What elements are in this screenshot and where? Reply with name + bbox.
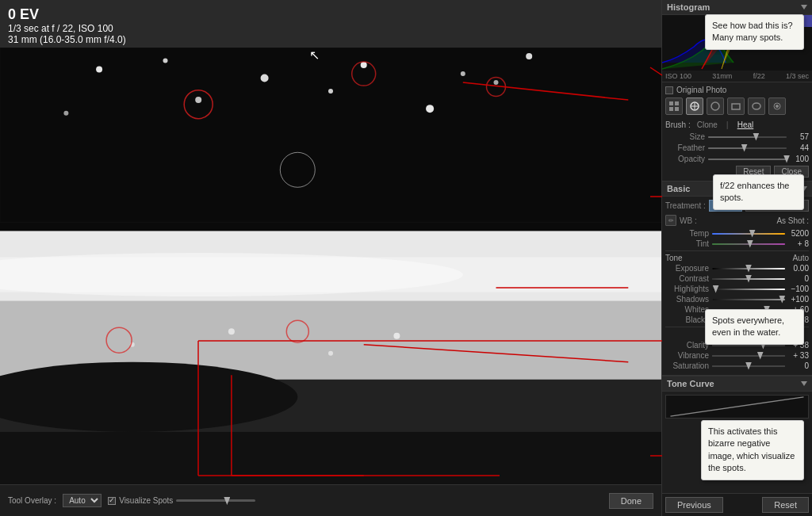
previous-button[interactable]: Previous	[665, 497, 723, 513]
svg-rect-0	[0, 48, 661, 244]
highlights-slider-track[interactable]	[712, 289, 785, 290]
opacity-slider-row: Opacity 100	[665, 155, 809, 163]
size-slider-label: Size	[665, 132, 705, 141]
opacity-slider-track[interactable]	[708, 159, 787, 160]
meta-shutter: 1/3 sec	[786, 72, 809, 80]
photo-svg	[0, 48, 661, 484]
tone-curve-expand-icon[interactable]	[801, 381, 807, 386]
svg-point-17	[426, 105, 434, 113]
clone-label[interactable]: Clone	[697, 120, 718, 129]
vibrance-slider-track[interactable]	[712, 355, 785, 357]
contrast-slider-track[interactable]	[712, 278, 785, 280]
done-button[interactable]: Done	[609, 493, 653, 509]
shadows-slider-row: Shadows +100	[665, 295, 809, 304]
opacity-slider-fill	[708, 159, 787, 160]
tone-curve-canvas	[665, 395, 809, 419]
temp-slider-track[interactable]	[712, 233, 785, 235]
tool-settings-icon[interactable]	[768, 97, 786, 115]
feather-slider-row: Feather 44	[665, 143, 809, 152]
wb-label: WB :	[680, 216, 697, 225]
heal-label[interactable]: Heal	[737, 120, 754, 129]
svg-rect-38	[675, 101, 679, 105]
visualize-spots-slider[interactable]	[176, 499, 255, 502]
basic-title: Basic	[667, 184, 690, 193]
wb-value: As Shot :	[776, 216, 809, 225]
feather-slider-value: 44	[787, 143, 809, 152]
highlights-label: Highlights	[665, 285, 709, 293]
meta-mm: 31mm	[712, 72, 732, 80]
reset-nav-button[interactable]: Reset	[762, 497, 809, 513]
bottom-nav: Previous Reset	[662, 493, 812, 516]
saturation-value: 0	[785, 361, 809, 370]
size-slider-row: Size 57	[665, 132, 809, 141]
svg-rect-6	[0, 432, 661, 484]
eyedropper-icon[interactable]: ✏	[665, 215, 676, 226]
feather-slider-track[interactable]	[708, 147, 787, 149]
histogram-title: Histogram	[667, 2, 710, 12]
tint-label: Tint	[665, 239, 709, 248]
tint-slider-track[interactable]	[712, 243, 785, 245]
svg-point-47	[776, 105, 779, 108]
tool-icons-row	[665, 97, 809, 115]
original-photo-label: Original Photo	[676, 86, 726, 94]
tool-overlay-select[interactable]: Auto	[63, 494, 102, 507]
highlights-slider-row: Highlights −100	[665, 285, 809, 293]
tool-ellipse-icon[interactable]	[748, 97, 765, 115]
tool-grid-icon[interactable]	[665, 97, 683, 115]
basic-section: Basic Treatment : Color Black & White ✏ …	[662, 182, 812, 376]
size-slider-track[interactable]	[708, 136, 787, 138]
visualize-spots-slider-thumb	[224, 497, 230, 505]
shadows-label: Shadows	[665, 295, 709, 304]
tool-rect-icon[interactable]	[727, 97, 745, 115]
tone-curve-section: Tone Curve	[662, 376, 812, 422]
exposure-slider-track[interactable]	[712, 268, 785, 269]
feather-slider-label: Feather	[665, 143, 705, 152]
tone-curve-callout-text: This activates this bizarre negative ima…	[708, 426, 795, 472]
clarity-slider-track[interactable]	[712, 345, 785, 346]
opacity-slider-label: Opacity	[665, 155, 705, 163]
contrast-label: Contrast	[665, 274, 709, 283]
vibrance-value: + 33	[785, 351, 809, 360]
histogram-callout-text: See how bad this is? Many many spots.	[712, 21, 793, 42]
visualize-spots-label: Visualize Spots	[119, 496, 173, 505]
contrast-slider-row: Contrast 0	[665, 274, 809, 283]
tool-clone-icon[interactable]	[707, 97, 724, 115]
aperture-callout: f/22 enhances the spots.	[713, 174, 804, 210]
svg-point-16	[328, 89, 333, 94]
tool-heal-circle-icon[interactable]	[686, 97, 703, 115]
visualize-spots-checkbox[interactable]	[108, 497, 116, 505]
highlights-value: −100	[785, 285, 809, 293]
photo-area: 0 EV 1/3 sec at f / 22, ISO 100 31 mm (1…	[0, 0, 661, 516]
focal-label: 31 mm (16.0-35.0 mm f/4.0)	[8, 34, 126, 45]
tone-curve-callout: This activates this bizarre negative ima…	[701, 420, 804, 480]
temp-slider-row: Temp 5200	[665, 229, 809, 238]
tone-curve-title: Tone Curve	[667, 379, 714, 388]
histogram-expand-icon[interactable]	[801, 5, 807, 10]
original-photo-checkbox[interactable]	[665, 86, 673, 94]
tool-overlay-label: Tool Overlay :	[8, 496, 56, 505]
svg-point-13	[526, 53, 532, 59]
visualize-spots-container: Visualize Spots	[108, 496, 255, 505]
svg-point-21	[328, 351, 333, 356]
tone-label: Tone	[665, 254, 683, 262]
tools-section: Original Photo	[662, 82, 812, 182]
main-container: 0 EV 1/3 sec at f / 22, ISO 100 31 mm (1…	[0, 0, 812, 516]
tint-value: + 8	[785, 239, 809, 248]
original-photo-row: Original Photo	[665, 86, 809, 94]
svg-point-8	[96, 67, 102, 73]
feather-slider-fill	[708, 147, 744, 149]
shadows-slider-track[interactable]	[712, 299, 785, 300]
svg-point-46	[753, 103, 760, 109]
water-callout-text: Spots everywhere, even in the water.	[712, 315, 784, 337]
treatment-label: Treatment :	[665, 201, 706, 210]
size-slider-fill	[708, 136, 755, 138]
opacity-slider-value: 100	[787, 155, 809, 163]
histogram-meta: ISO 100 31mm f/22 1/3 sec	[662, 71, 812, 82]
wb-row: ✏ WB : As Shot :	[665, 215, 809, 226]
exposure-label: Exposure	[665, 264, 709, 273]
blacks-label: Blacks	[665, 315, 709, 324]
auto-label[interactable]: Auto	[792, 254, 809, 262]
temp-value: 5200	[785, 229, 809, 238]
saturation-slider-track[interactable]	[712, 365, 785, 367]
whites-label: Whites	[665, 305, 709, 314]
